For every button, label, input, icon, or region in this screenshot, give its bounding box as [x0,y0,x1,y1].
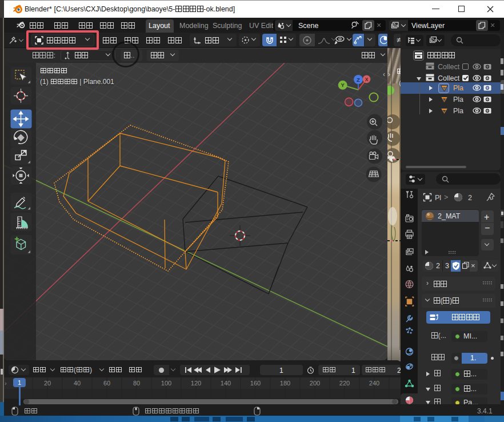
svg-text:20: 20 [44,380,51,387]
svg-text:Z: Z [357,77,360,83]
svg-text:80: 80 [133,380,140,387]
svg-text:220: 220 [339,380,350,387]
svg-text:60: 60 [103,380,110,387]
svg-text:Y: Y [341,82,345,88]
svg-text:100: 100 [161,380,171,387]
svg-text:40: 40 [74,380,81,387]
svg-text:160: 160 [250,380,261,387]
svg-text:140: 140 [221,380,231,387]
svg-text:180: 180 [280,380,290,387]
svg-text:120: 120 [191,380,201,387]
svg-text:240: 240 [369,380,379,387]
svg-text:200: 200 [310,380,320,387]
svg-text:X: X [365,77,369,82]
